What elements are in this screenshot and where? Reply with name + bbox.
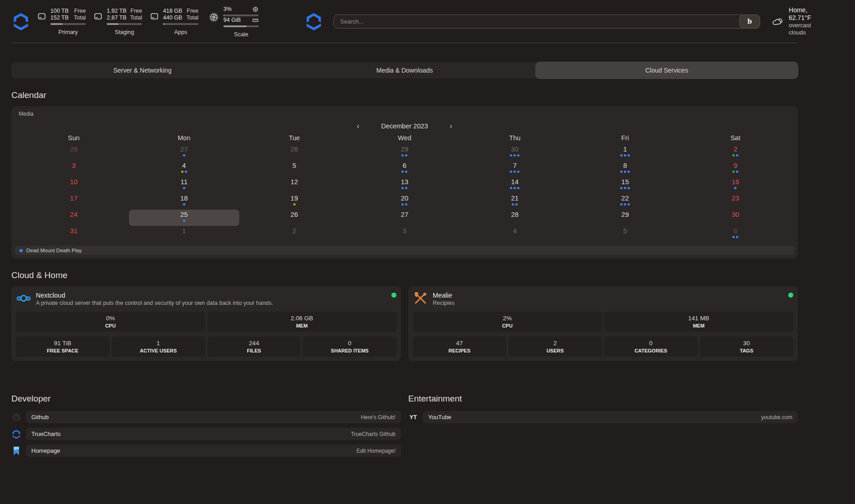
- calendar-day[interactable]: 19: [239, 193, 350, 210]
- stat-value: 2.06 GB: [291, 315, 313, 322]
- calendar-widget-tag: Media: [11, 111, 798, 117]
- calendar-day[interactable]: 28: [239, 144, 350, 161]
- calendar-day[interactable]: 4: [460, 226, 570, 242]
- event-dot-yellow: [181, 171, 183, 173]
- truecharts-logo[interactable]: [304, 12, 323, 31]
- calendar-day[interactable]: 30: [460, 144, 570, 161]
- calendar-day[interactable]: 3: [19, 161, 129, 177]
- calendar-day-number: 24: [70, 211, 78, 218]
- bookmark-youtube[interactable]: YTYouTubeyoutube.com: [408, 411, 798, 423]
- calendar-day[interactable]: 27: [350, 210, 460, 226]
- calendar-day[interactable]: 25: [129, 210, 239, 226]
- calendar-day[interactable]: 13: [350, 177, 460, 193]
- tab-cloud-services[interactable]: Cloud Services: [536, 62, 798, 78]
- calendar-day[interactable]: 21: [460, 193, 570, 210]
- calendar-day-number: 7: [513, 162, 517, 169]
- service-stats-row: 47RECIPES2USERS0CATEGORIES30TAGS: [413, 337, 793, 357]
- scale-widget-body: 3% 94 GiB Scale: [223, 5, 259, 38]
- calendar-day-number: 26: [291, 211, 298, 218]
- event-dot-blue: [183, 154, 185, 157]
- calendar-day-number: 28: [511, 211, 519, 218]
- calendar-day[interactable]: 1: [570, 144, 680, 161]
- calendar-day-number: 22: [621, 195, 629, 202]
- calendar-day[interactable]: 4: [129, 161, 239, 177]
- service-card-nextcloud[interactable]: NextcloudA private cloud server that put…: [11, 286, 401, 361]
- bookmark-note: youtube.com: [761, 414, 792, 421]
- stat-recipes: 47RECIPES: [413, 337, 506, 357]
- calendar-day-number: 23: [731, 195, 739, 202]
- calendar-day[interactable]: 24: [19, 210, 129, 226]
- legend-event-dot: [20, 249, 23, 252]
- service-description: Recipies: [433, 299, 455, 307]
- calendar-day[interactable]: 11: [129, 177, 239, 193]
- calendar-day[interactable]: 1: [129, 226, 239, 242]
- calendar-day[interactable]: 6: [680, 226, 791, 242]
- calendar-day[interactable]: 22: [570, 193, 680, 210]
- calendar-day[interactable]: 7: [460, 161, 570, 177]
- calendar-day-number: 25: [180, 211, 188, 218]
- calendar-day[interactable]: 14: [460, 177, 570, 193]
- truecharts-logo[interactable]: [11, 12, 30, 31]
- tab-media-downloads[interactable]: Media & Downloads: [273, 62, 535, 78]
- calendar-day[interactable]: 12: [239, 177, 350, 193]
- calendar-day[interactable]: 29: [350, 144, 460, 161]
- calendar-day[interactable]: 18: [129, 193, 239, 210]
- calendar-day[interactable]: 2: [239, 226, 350, 242]
- calendar-day[interactable]: 28: [460, 210, 570, 226]
- event-dot-blue: [620, 187, 623, 189]
- stat-cpu: 0%CPU: [16, 312, 205, 332]
- calendar-day[interactable]: 9: [680, 161, 791, 177]
- stat-label: CATEGORIES: [634, 347, 667, 354]
- calendar-day[interactable]: 5: [239, 161, 350, 177]
- calendar-day[interactable]: 20: [350, 193, 460, 210]
- bookmark-homepage[interactable]: HomepageEdit Homepage!: [11, 445, 401, 457]
- event-dot-blue: [512, 203, 514, 206]
- calendar-next-button[interactable]: ›: [450, 122, 452, 130]
- calendar-day[interactable]: 29: [570, 210, 680, 226]
- calendar-day[interactable]: 3: [350, 226, 460, 242]
- storage-stat-row: 1.92 TBFree: [107, 8, 142, 15]
- calendar-event-dots: [183, 187, 185, 189]
- calendar-event-dots: [732, 171, 738, 173]
- calendar-day[interactable]: 16: [680, 177, 791, 193]
- calendar-day-number: 4: [182, 162, 186, 169]
- storage-value: 1.92 TB: [107, 8, 127, 15]
- calendar-day[interactable]: 5: [570, 226, 680, 242]
- storage-value: 440 GB: [163, 15, 182, 21]
- calendar-day[interactable]: 6: [350, 161, 460, 177]
- stat-shared-items: 0SHARED ITEMS: [303, 337, 396, 357]
- calendar-day[interactable]: 8: [570, 161, 680, 177]
- search-bar: b: [333, 15, 760, 29]
- calendar-day[interactable]: 15: [570, 177, 680, 193]
- tab-server-networking[interactable]: Server & Networking: [11, 62, 273, 78]
- bookmark-github[interactable]: GithubHere's Github!: [11, 411, 401, 423]
- scale-mem-bar: [223, 25, 259, 27]
- calendar-day[interactable]: 26: [239, 210, 350, 226]
- calendar-day[interactable]: 10: [19, 177, 129, 193]
- calendar-day[interactable]: 31: [19, 226, 129, 242]
- calendar-prev-button[interactable]: ‹: [357, 122, 359, 130]
- storage-unit-label: Free: [74, 8, 86, 15]
- calendar-day[interactable]: 27: [129, 144, 239, 161]
- calendar-day-number: 3: [72, 162, 75, 169]
- search-provider-button[interactable]: b: [739, 15, 760, 29]
- calendar-month-label: December 2023: [381, 122, 428, 130]
- calendar-week-row: 262728293012: [19, 144, 791, 161]
- service-card-mealie[interactable]: MealieRecipies2%CPU141 MBMEM47RECIPES2US…: [408, 286, 798, 361]
- calendar-day[interactable]: 30: [680, 210, 791, 226]
- stat-mem: 141 MBMEM: [604, 312, 794, 332]
- calendar-event-dots: [401, 187, 407, 189]
- event-dot-blue: [405, 203, 407, 206]
- weather-widget[interactable]: Home, 62.71°F overcast clouds: [772, 6, 817, 36]
- calendar-day[interactable]: 23: [680, 193, 791, 210]
- storage-widget-primary: 100 TBFree152 TBTotalPrimary: [37, 8, 86, 35]
- event-dot-blue: [624, 154, 626, 157]
- stat-label: TAGS: [740, 347, 753, 354]
- service-status-dot: [788, 293, 793, 298]
- nextcloud-logo: [16, 291, 31, 306]
- calendar-day[interactable]: 26: [19, 144, 129, 161]
- bookmark-truecharts[interactable]: TrueChartsTrueCharts Github: [11, 428, 401, 440]
- search-input[interactable]: [333, 15, 760, 29]
- calendar-day[interactable]: 17: [19, 193, 129, 210]
- calendar-day[interactable]: 2: [680, 144, 791, 161]
